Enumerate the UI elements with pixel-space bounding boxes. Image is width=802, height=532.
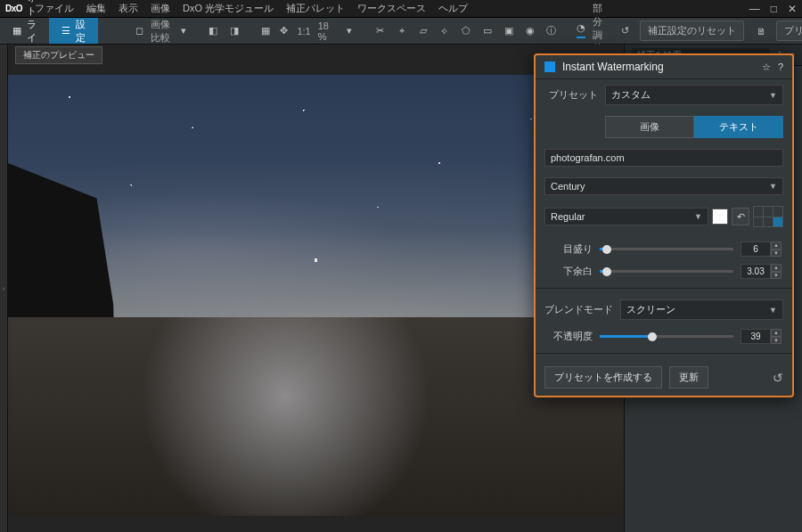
scale-label: 目盛り	[544, 242, 593, 256]
panel-title: Instant Watermarking	[562, 61, 755, 73]
color-swatch[interactable]	[712, 209, 728, 225]
menu-view[interactable]: 表示	[119, 2, 138, 15]
watermark-overlay: photografan.com	[273, 466, 359, 480]
left-panel-toggle[interactable]: ›	[0, 45, 8, 532]
panel-help-icon[interactable]: ?	[778, 61, 783, 72]
scale-step-down[interactable]: ▼	[771, 250, 782, 258]
font-style-value: Regular	[551, 211, 585, 222]
mode-settings-button[interactable]: ☰ 設定	[49, 18, 98, 44]
chevron-down-icon: ▼	[769, 91, 777, 100]
menu-file[interactable]: ファイル	[35, 2, 74, 15]
reset-icon: ↺	[618, 24, 633, 38]
menu-optical-module[interactable]: DxO 光学モジュール	[183, 2, 274, 15]
preset-label: プリセット	[544, 88, 598, 102]
margin-label: 下余白	[544, 265, 593, 278]
image-viewer[interactable]: 補正のプレビュー photografan.com	[8, 45, 624, 532]
blend-label: ブレンドモード	[544, 303, 613, 316]
window-close-button[interactable]: ✕	[788, 3, 797, 15]
font-style-select[interactable]: Regular ▼	[544, 208, 708, 225]
polygon-tool-icon[interactable]: ⬠	[459, 24, 473, 38]
perspective-tool-icon[interactable]: ▱	[416, 24, 430, 38]
horizon-tool-icon[interactable]: ⌖	[395, 24, 409, 38]
single-view-icon[interactable]: ◻	[135, 24, 143, 38]
tab-image-button[interactable]: 画像	[605, 116, 694, 138]
panel-reset-icon[interactable]: ↺	[773, 371, 783, 385]
menu-edit[interactable]: 編集	[86, 2, 106, 15]
path-tool-icon[interactable]: ⟡	[438, 24, 452, 38]
local-adjust-icon[interactable]: ◔	[577, 24, 585, 38]
opacity-step-down[interactable]: ▼	[771, 337, 782, 345]
margin-slider[interactable]	[600, 270, 733, 273]
crop-tool-icon[interactable]: ✂	[373, 24, 388, 38]
panel-favorite-icon[interactable]: ☆	[762, 61, 771, 73]
eye-preview-icon[interactable]: ◉	[523, 24, 537, 38]
blend-mode-select[interactable]: スクリーン ▼	[620, 299, 783, 320]
menu-image[interactable]: 画像	[151, 2, 170, 15]
opacity-value-input[interactable]	[741, 329, 771, 344]
frame-tool-icon[interactable]: ▣	[502, 24, 516, 38]
chevron-down-icon: ▼	[769, 306, 777, 315]
mode-settings-label: 設定	[76, 18, 86, 45]
split-left-icon[interactable]: ◧	[206, 24, 220, 38]
apply-preset-button[interactable]: プリセット適用	[776, 20, 802, 41]
app-logo: DxO	[5, 4, 22, 13]
watermark-text-input[interactable]: photografan.com	[544, 149, 783, 167]
reset-corrections-button[interactable]: 補正設定のリセット	[640, 20, 744, 41]
watermark-enable-toggle[interactable]	[544, 61, 555, 72]
menu-palette[interactable]: 補正パレット	[286, 2, 345, 15]
info-icon[interactable]: ⓘ	[544, 24, 559, 38]
dropdown-caret-icon[interactable]: ▾	[180, 24, 188, 38]
scale-step-up[interactable]: ▲	[771, 241, 782, 250]
split-right-icon[interactable]: ◨	[227, 24, 241, 38]
move-tool-icon[interactable]: ✥	[278, 24, 290, 38]
preset-icon: 🗎	[755, 24, 769, 38]
zoom-percent-label[interactable]: 18 %	[318, 20, 337, 42]
photo-stars	[8, 75, 624, 516]
grid-toggle-icon[interactable]: ▦	[259, 24, 271, 38]
position-grid[interactable]	[753, 206, 783, 227]
scale-value-input[interactable]	[741, 241, 771, 257]
margin-step-up[interactable]: ▲	[771, 264, 782, 272]
window-minimize-button[interactable]: —	[749, 3, 760, 15]
margin-step-down[interactable]: ▼	[771, 272, 782, 280]
grid-icon: ▦	[12, 25, 21, 37]
main-menu: ファイル 編集 表示 画像 DxO 光学モジュール 補正パレット ワークスペース…	[35, 2, 468, 15]
dropdown-caret-icon[interactable]: ▾	[343, 24, 355, 38]
chevron-down-icon: ▼	[694, 212, 702, 221]
opacity-slider[interactable]	[600, 335, 733, 338]
title-bar: DxO ファイル 編集 表示 画像 DxO 光学モジュール 補正パレット ワーク…	[0, 0, 802, 18]
photo-preview: photografan.com	[8, 75, 624, 516]
tab-text-button[interactable]: テキスト	[694, 116, 783, 138]
font-family-select[interactable]: Century ▼	[544, 177, 783, 195]
mode-library-button[interactable]: ▦ フォトライブラリ	[0, 18, 49, 44]
watermark-panel: Instant Watermarking ☆ ? プリセット カスタム ▼ 画像…	[534, 53, 794, 397]
compare-label[interactable]: 画像比較	[151, 18, 173, 45]
image-canvas[interactable]: photografan.com	[8, 75, 624, 516]
rectangle-tool-icon[interactable]: ▭	[480, 24, 495, 38]
preset-select[interactable]: カスタム ▼	[605, 85, 783, 105]
update-preset-button[interactable]: 更新	[669, 366, 708, 389]
opacity-label: 不透明度	[544, 330, 593, 343]
preview-tag: 補正のプレビュー	[15, 46, 102, 64]
opacity-step-up[interactable]: ▲	[771, 329, 782, 337]
margin-value-input[interactable]	[741, 264, 771, 279]
main-toolbar: ▦ フォトライブラリ ☰ 設定 ◻ 画像比較 ▾ ◧ ◨ ▦ ✥ 1:1 18 …	[0, 18, 802, 45]
font-family-value: Century	[551, 181, 585, 192]
blend-mode-value: スクリーン	[626, 303, 675, 316]
sliders-icon: ☰	[61, 25, 70, 37]
menu-workspace[interactable]: ワークスペース	[357, 2, 426, 15]
scale-slider[interactable]	[600, 248, 733, 250]
create-preset-button[interactable]: プリセットを作成する	[544, 366, 662, 389]
zoom-ratio-label[interactable]: 1:1	[297, 26, 310, 37]
window-maximize-button[interactable]: □	[771, 3, 777, 15]
menu-help[interactable]: ヘルプ	[438, 2, 468, 15]
preset-select-value: カスタム	[611, 88, 651, 102]
revert-color-button[interactable]: ↶	[732, 208, 749, 225]
chevron-down-icon: ▼	[769, 182, 777, 191]
